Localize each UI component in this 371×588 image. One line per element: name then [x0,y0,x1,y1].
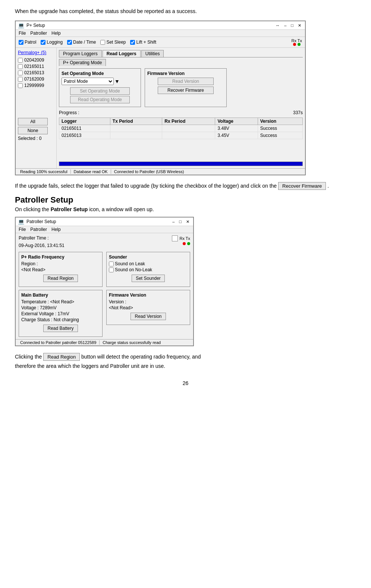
temp-label: Temperature : [21,299,49,304]
tab-program-loggers[interactable]: Program Loggers [59,50,102,57]
item-checkbox-3[interactable] [18,77,23,82]
patroller-setup-heading: Patroller Setup [15,195,356,205]
op-mode-dropdown[interactable]: Patrol Mode [62,78,114,85]
patrol-checkbox[interactable] [19,40,23,45]
window2-titlebar-controls: – □ ✕ [171,219,191,224]
region-row: Region : [21,261,100,266]
sound-on-no-leak-row[interactable]: Sound on No-Leak [109,267,188,272]
rx-dot [293,43,296,46]
patroller-setup-subtext: On clicking the Patroller Setup icon, a … [15,206,356,212]
window1-sidebar: Permalog+ (5) 02042009 02165011 02165013… [16,48,57,168]
w2-menu-help[interactable]: Help [51,227,61,232]
logging-checkbox[interactable] [41,40,45,45]
list-item[interactable]: 02042009 [18,57,54,63]
window2-close-button[interactable]: ✕ [185,219,191,224]
window2-menubar: File Patroller Help [16,226,193,233]
sub-tab-p-operating-mode[interactable]: P+ Operating Mode [59,59,106,66]
bottom-text-part3: therefore the area which the loggers and… [15,363,165,369]
table-cell: Success [258,132,302,139]
patroller-time-label: Patroller Time : [19,235,65,241]
read-battery-button[interactable]: Read Battery [43,325,78,332]
item-checkbox-0[interactable] [18,58,23,63]
titlebar-controls: ↔ – □ ✕ [274,23,303,28]
read-region-button[interactable]: Read Region [43,275,78,282]
w2-version-row: Version : [109,299,188,304]
item-checkbox-4[interactable] [18,83,23,88]
sidebar-buttons: All None [18,118,54,134]
list-item[interactable]: 12999999 [18,83,54,88]
selected-info: Selected : 0 [18,136,54,141]
status-database: Database read OK [71,169,111,174]
all-button[interactable]: All [18,118,48,125]
menu-patroller[interactable]: Patroller [30,31,47,36]
maximize-button[interactable]: □ [289,23,295,28]
read-region-inline-button[interactable]: Read Region [43,353,80,361]
logging-checkbox-item[interactable]: Logging [41,40,63,45]
list-item[interactable]: 02165011 [18,64,54,69]
window2-maximize-button[interactable]: □ [177,219,183,224]
tab-utilities[interactable]: Utilities [141,50,164,57]
liftshift-checkbox-item[interactable]: Lift + Shift [130,40,156,45]
page-number: 26 [15,380,356,386]
permalog-title[interactable]: Permalog+ (5) [18,50,54,55]
w2-menu-patroller[interactable]: Patroller [30,227,47,232]
w2-version-value: <Not Read> [109,305,133,310]
voltage-value: 7289mV [40,305,57,310]
voltage-label: Voltage : [21,305,39,310]
w2-version-value-row: <Not Read> [109,305,188,310]
sound-on-no-leak-checkbox[interactable] [109,268,114,272]
close-button[interactable]: ✕ [296,23,303,28]
recover-firmware-inline-button[interactable]: Recover Firmware [278,182,326,190]
expand-icon[interactable]: ↔ [274,23,281,28]
col-txperiod: Tx Period [110,118,162,125]
set-operating-mode-button[interactable]: Set Operating Mode [70,87,130,95]
setsleep-checkbox[interactable] [100,40,105,45]
main-battery-group: Main Battery Temperature : <Not Read> Vo… [19,290,103,337]
sound-on-leak-checkbox[interactable] [109,262,114,266]
ext-voltage-row: External Voltage : 17mV [21,311,100,316]
sound-on-leak-row[interactable]: Sound on Leak [109,261,188,266]
item-label-3: 07162009 [24,76,44,82]
item-label-0: 02042009 [24,57,44,63]
w2-status-charge: Charge status successfully read [100,340,164,345]
item-label-4: 12999999 [24,83,44,88]
minimize-button[interactable]: – [283,23,288,28]
none-button[interactable]: None [18,127,48,134]
table-cell: 02165011 [59,125,110,132]
w2-firmware-group: Firmware Version Version : <Not Read> Re… [106,290,190,325]
window2-titlebar: 💻 Patroller Setup – □ ✕ [16,218,193,226]
progress-row: Progress : 337s [59,110,303,115]
menu-file[interactable]: File [19,31,26,36]
read-operating-mode-button[interactable]: Read Operating Mode [70,96,130,103]
datetime-checkbox-item[interactable]: Date / Time [67,40,96,45]
datetime-checkbox[interactable] [67,40,72,45]
w2-read-version-button[interactable]: Read Version [131,313,166,320]
set-sounder-button[interactable]: Set Sounder [132,275,165,282]
list-item[interactable]: 07162009 [18,76,54,82]
window1: 💻 P+ Setup ↔ – □ ✕ File Patroller Help P… [15,21,306,175]
read-version-button[interactable]: Read Version [158,78,214,85]
patroller-time-value: 09-Aug-2016, 13:41:51 [19,243,65,248]
tab-read-loggers[interactable]: Read Loggers [103,50,141,57]
item-checkbox-1[interactable] [18,64,23,69]
window2-body: Patroller Time : 09-Aug-2016, 13:41:51 R… [16,233,193,339]
w2-rx-dot [183,242,186,245]
rx-tx-area: Rx Tx [291,38,302,46]
logging-label: Logging [47,40,63,45]
window2-minimize-button[interactable]: – [171,219,176,224]
recover-firmware-button[interactable]: Recover Firmware [158,87,214,94]
item-checkbox-2[interactable] [18,71,23,75]
set-operating-mode-group: Set Operating Mode Patrol Mode ▼ Set Ope… [59,68,141,107]
window2-statusbar: Connected to Patroller patroller 0512258… [16,339,193,345]
list-item[interactable]: 02165013 [18,70,54,75]
setsleep-checkbox-item[interactable]: Set Sleep [100,40,126,45]
op-mode-select-row: Patrol Mode ▼ [62,78,138,85]
window1-body: Permalog+ (5) 02042009 02165011 02165013… [16,48,305,168]
window2-left-col: P+ Radio Frequency Region : <Not Read> R… [19,252,103,337]
patrol-checkbox-item[interactable]: Patrol [19,40,36,45]
liftshift-checkbox[interactable] [130,40,135,45]
temp-row: Temperature : <Not Read> [21,299,100,304]
w2-menu-file[interactable]: File [19,227,26,232]
region-label: Region : [21,261,38,266]
menu-help[interactable]: Help [51,31,61,36]
